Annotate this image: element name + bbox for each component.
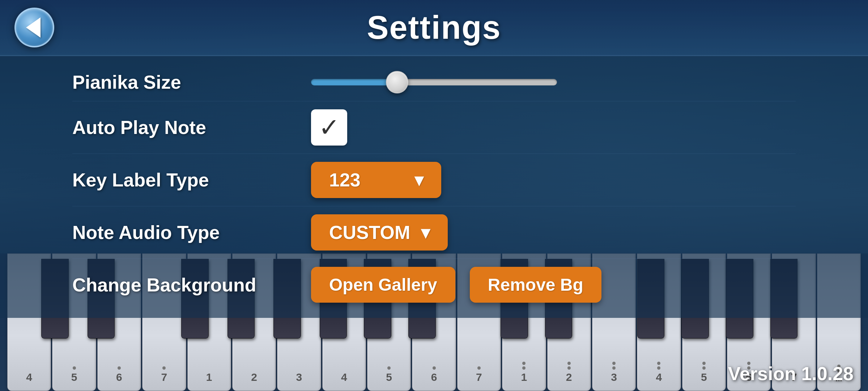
checkmark-icon: ✓	[319, 115, 340, 140]
key-dot	[702, 366, 706, 370]
note-audio-type-dropdown[interactable]: CUSTOM ▾	[311, 214, 448, 251]
version-text: Version 1.0.28	[728, 363, 854, 384]
note-audio-type-row: Note Audio Type CUSTOM ▾	[72, 206, 796, 259]
key-dot	[567, 366, 571, 370]
change-background-row: Change Background Open Gallery Remove Bg	[72, 259, 796, 311]
change-background-label: Change Background	[72, 274, 289, 296]
pianika-size-slider-thumb[interactable]	[386, 71, 408, 93]
open-gallery-button[interactable]: Open Gallery	[311, 267, 455, 303]
key-label-type-row: Key Label Type 123 ▾	[72, 154, 796, 206]
key-number: 3	[296, 371, 302, 383]
pianika-size-slider-container	[289, 79, 796, 85]
background-action-buttons: Open Gallery Remove Bg	[311, 267, 601, 303]
pianika-size-row: Pianika Size	[72, 63, 796, 101]
key-dot	[657, 362, 660, 365]
key-number: 4	[26, 371, 32, 383]
key-number: 7	[161, 371, 167, 383]
key-dot	[387, 366, 391, 370]
key-number: 6	[431, 371, 437, 383]
back-arrow-icon	[26, 17, 41, 38]
auto-play-note-label: Auto Play Note	[72, 117, 289, 138]
key-dot	[433, 366, 436, 370]
key-label-type-dropdown[interactable]: 123 ▾	[311, 162, 441, 198]
key-dot	[162, 366, 166, 370]
key-number: 5	[386, 371, 392, 383]
key-number: 7	[476, 371, 482, 383]
settings-panel: Pianika Size Auto Play Note ✓ Key Label …	[0, 56, 868, 318]
key-number: 2	[251, 371, 257, 383]
key-dot	[477, 366, 481, 370]
note-audio-type-label: Note Audio Type	[72, 222, 289, 243]
auto-play-note-checkbox-container: ✓	[289, 109, 347, 146]
key-number: 5	[701, 371, 707, 383]
key-dot	[657, 366, 660, 370]
pianika-size-slider-track[interactable]	[311, 79, 557, 85]
key-number: 1	[206, 371, 212, 383]
key-dot	[118, 366, 121, 370]
key-dot	[612, 362, 616, 365]
key-dot	[73, 366, 76, 370]
key-dot	[522, 362, 526, 365]
key-number: 5	[71, 371, 77, 383]
page-title: Settings	[367, 9, 501, 46]
note-audio-type-value: CUSTOM	[329, 222, 410, 243]
header: Settings	[0, 0, 868, 56]
key-number: 3	[611, 371, 617, 383]
chevron-down-icon: ▾	[414, 170, 423, 190]
auto-play-note-row: Auto Play Note ✓	[72, 101, 796, 154]
key-number: 4	[656, 371, 662, 383]
key-number: 1	[521, 371, 527, 383]
auto-play-note-checkbox[interactable]: ✓	[311, 109, 347, 146]
chevron-down-icon-2: ▾	[421, 222, 430, 243]
key-dot	[702, 362, 706, 365]
key-label-type-label: Key Label Type	[72, 169, 289, 191]
key-number: 4	[341, 371, 347, 383]
key-number: 6	[116, 371, 122, 383]
pianika-size-label: Pianika Size	[72, 71, 289, 93]
key-label-type-value: 123	[329, 169, 361, 191]
key-number: 2	[566, 371, 572, 383]
key-dot	[522, 366, 526, 370]
key-dot	[612, 366, 616, 370]
key-dot	[567, 362, 571, 365]
remove-bg-button[interactable]: Remove Bg	[470, 267, 601, 303]
back-button[interactable]	[14, 8, 54, 47]
